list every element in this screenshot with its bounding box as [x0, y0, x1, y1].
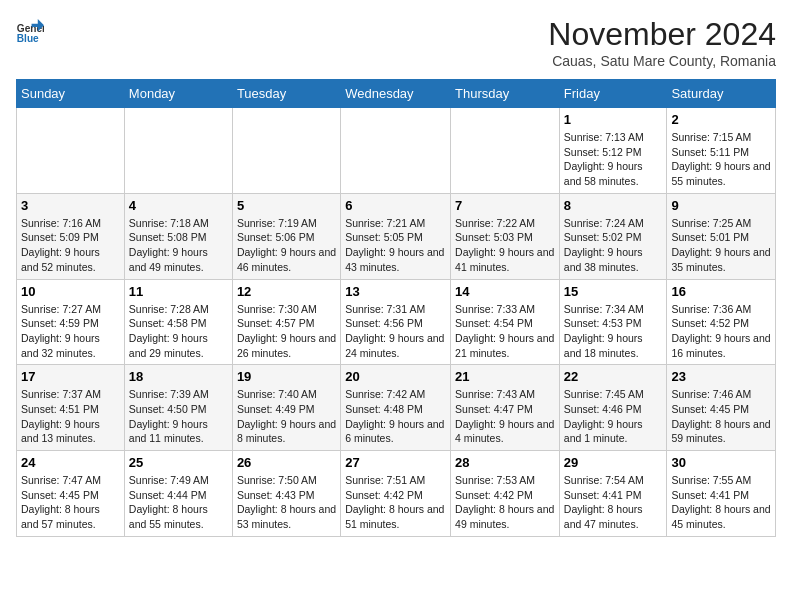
day-info: Sunrise: 7:25 AM Sunset: 5:01 PM Dayligh…: [671, 216, 771, 275]
logo: General Blue General Blue: [16, 16, 44, 44]
day-info: Sunrise: 7:15 AM Sunset: 5:11 PM Dayligh…: [671, 130, 771, 189]
calendar-week-row: 24Sunrise: 7:47 AM Sunset: 4:45 PM Dayli…: [17, 451, 776, 537]
day-number: 20: [345, 369, 446, 384]
day-number: 7: [455, 198, 555, 213]
month-title: November 2024: [548, 16, 776, 53]
table-row: 6Sunrise: 7:21 AM Sunset: 5:05 PM Daylig…: [341, 193, 451, 279]
day-info: Sunrise: 7:22 AM Sunset: 5:03 PM Dayligh…: [455, 216, 555, 275]
day-info: Sunrise: 7:21 AM Sunset: 5:05 PM Dayligh…: [345, 216, 446, 275]
table-row: [124, 108, 232, 194]
day-info: Sunrise: 7:49 AM Sunset: 4:44 PM Dayligh…: [129, 473, 228, 532]
table-row: 14Sunrise: 7:33 AM Sunset: 4:54 PM Dayli…: [451, 279, 560, 365]
day-info: Sunrise: 7:55 AM Sunset: 4:41 PM Dayligh…: [671, 473, 771, 532]
day-info: Sunrise: 7:53 AM Sunset: 4:42 PM Dayligh…: [455, 473, 555, 532]
col-monday: Monday: [124, 80, 232, 108]
day-number: 13: [345, 284, 446, 299]
day-number: 28: [455, 455, 555, 470]
day-info: Sunrise: 7:43 AM Sunset: 4:47 PM Dayligh…: [455, 387, 555, 446]
calendar-table: Sunday Monday Tuesday Wednesday Thursday…: [16, 79, 776, 537]
table-row: [17, 108, 125, 194]
col-saturday: Saturday: [667, 80, 776, 108]
calendar-week-row: 1Sunrise: 7:13 AM Sunset: 5:12 PM Daylig…: [17, 108, 776, 194]
day-number: 17: [21, 369, 120, 384]
col-wednesday: Wednesday: [341, 80, 451, 108]
day-number: 15: [564, 284, 663, 299]
table-row: 23Sunrise: 7:46 AM Sunset: 4:45 PM Dayli…: [667, 365, 776, 451]
table-row: 30Sunrise: 7:55 AM Sunset: 4:41 PM Dayli…: [667, 451, 776, 537]
day-number: 18: [129, 369, 228, 384]
day-info: Sunrise: 7:36 AM Sunset: 4:52 PM Dayligh…: [671, 302, 771, 361]
day-info: Sunrise: 7:51 AM Sunset: 4:42 PM Dayligh…: [345, 473, 446, 532]
table-row: 7Sunrise: 7:22 AM Sunset: 5:03 PM Daylig…: [451, 193, 560, 279]
day-info: Sunrise: 7:54 AM Sunset: 4:41 PM Dayligh…: [564, 473, 663, 532]
table-row: 9Sunrise: 7:25 AM Sunset: 5:01 PM Daylig…: [667, 193, 776, 279]
day-number: 5: [237, 198, 336, 213]
day-info: Sunrise: 7:45 AM Sunset: 4:46 PM Dayligh…: [564, 387, 663, 446]
title-area: November 2024 Cauas, Satu Mare County, R…: [548, 16, 776, 69]
svg-text:Blue: Blue: [17, 33, 39, 44]
day-info: Sunrise: 7:28 AM Sunset: 4:58 PM Dayligh…: [129, 302, 228, 361]
day-number: 8: [564, 198, 663, 213]
day-number: 12: [237, 284, 336, 299]
table-row: 5Sunrise: 7:19 AM Sunset: 5:06 PM Daylig…: [232, 193, 340, 279]
table-row: 8Sunrise: 7:24 AM Sunset: 5:02 PM Daylig…: [559, 193, 667, 279]
day-info: Sunrise: 7:50 AM Sunset: 4:43 PM Dayligh…: [237, 473, 336, 532]
col-tuesday: Tuesday: [232, 80, 340, 108]
table-row: 10Sunrise: 7:27 AM Sunset: 4:59 PM Dayli…: [17, 279, 125, 365]
day-info: Sunrise: 7:19 AM Sunset: 5:06 PM Dayligh…: [237, 216, 336, 275]
table-row: 2Sunrise: 7:15 AM Sunset: 5:11 PM Daylig…: [667, 108, 776, 194]
calendar-week-row: 17Sunrise: 7:37 AM Sunset: 4:51 PM Dayli…: [17, 365, 776, 451]
day-info: Sunrise: 7:16 AM Sunset: 5:09 PM Dayligh…: [21, 216, 120, 275]
day-info: Sunrise: 7:39 AM Sunset: 4:50 PM Dayligh…: [129, 387, 228, 446]
table-row: 24Sunrise: 7:47 AM Sunset: 4:45 PM Dayli…: [17, 451, 125, 537]
day-info: Sunrise: 7:42 AM Sunset: 4:48 PM Dayligh…: [345, 387, 446, 446]
day-info: Sunrise: 7:13 AM Sunset: 5:12 PM Dayligh…: [564, 130, 663, 189]
col-sunday: Sunday: [17, 80, 125, 108]
day-number: 14: [455, 284, 555, 299]
day-info: Sunrise: 7:24 AM Sunset: 5:02 PM Dayligh…: [564, 216, 663, 275]
col-thursday: Thursday: [451, 80, 560, 108]
day-info: Sunrise: 7:31 AM Sunset: 4:56 PM Dayligh…: [345, 302, 446, 361]
col-friday: Friday: [559, 80, 667, 108]
table-row: 19Sunrise: 7:40 AM Sunset: 4:49 PM Dayli…: [232, 365, 340, 451]
day-info: Sunrise: 7:37 AM Sunset: 4:51 PM Dayligh…: [21, 387, 120, 446]
day-info: Sunrise: 7:27 AM Sunset: 4:59 PM Dayligh…: [21, 302, 120, 361]
day-number: 1: [564, 112, 663, 127]
table-row: [451, 108, 560, 194]
day-info: Sunrise: 7:47 AM Sunset: 4:45 PM Dayligh…: [21, 473, 120, 532]
table-row: 4Sunrise: 7:18 AM Sunset: 5:08 PM Daylig…: [124, 193, 232, 279]
day-number: 27: [345, 455, 446, 470]
day-number: 29: [564, 455, 663, 470]
table-row: 11Sunrise: 7:28 AM Sunset: 4:58 PM Dayli…: [124, 279, 232, 365]
day-info: Sunrise: 7:30 AM Sunset: 4:57 PM Dayligh…: [237, 302, 336, 361]
day-info: Sunrise: 7:33 AM Sunset: 4:54 PM Dayligh…: [455, 302, 555, 361]
day-number: 24: [21, 455, 120, 470]
day-info: Sunrise: 7:34 AM Sunset: 4:53 PM Dayligh…: [564, 302, 663, 361]
location-subtitle: Cauas, Satu Mare County, Romania: [548, 53, 776, 69]
day-number: 19: [237, 369, 336, 384]
table-row: 1Sunrise: 7:13 AM Sunset: 5:12 PM Daylig…: [559, 108, 667, 194]
table-row: 22Sunrise: 7:45 AM Sunset: 4:46 PM Dayli…: [559, 365, 667, 451]
day-number: 22: [564, 369, 663, 384]
day-number: 2: [671, 112, 771, 127]
day-number: 6: [345, 198, 446, 213]
table-row: 28Sunrise: 7:53 AM Sunset: 4:42 PM Dayli…: [451, 451, 560, 537]
table-row: 25Sunrise: 7:49 AM Sunset: 4:44 PM Dayli…: [124, 451, 232, 537]
day-info: Sunrise: 7:46 AM Sunset: 4:45 PM Dayligh…: [671, 387, 771, 446]
table-row: 27Sunrise: 7:51 AM Sunset: 4:42 PM Dayli…: [341, 451, 451, 537]
table-row: 18Sunrise: 7:39 AM Sunset: 4:50 PM Dayli…: [124, 365, 232, 451]
table-row: 3Sunrise: 7:16 AM Sunset: 5:09 PM Daylig…: [17, 193, 125, 279]
table-row: 20Sunrise: 7:42 AM Sunset: 4:48 PM Dayli…: [341, 365, 451, 451]
table-row: 15Sunrise: 7:34 AM Sunset: 4:53 PM Dayli…: [559, 279, 667, 365]
day-number: 21: [455, 369, 555, 384]
table-row: 29Sunrise: 7:54 AM Sunset: 4:41 PM Dayli…: [559, 451, 667, 537]
calendar-week-row: 3Sunrise: 7:16 AM Sunset: 5:09 PM Daylig…: [17, 193, 776, 279]
table-row: 26Sunrise: 7:50 AM Sunset: 4:43 PM Dayli…: [232, 451, 340, 537]
logo-icon: General Blue: [16, 16, 44, 44]
day-number: 23: [671, 369, 771, 384]
table-row: 16Sunrise: 7:36 AM Sunset: 4:52 PM Dayli…: [667, 279, 776, 365]
calendar-week-row: 10Sunrise: 7:27 AM Sunset: 4:59 PM Dayli…: [17, 279, 776, 365]
day-info: Sunrise: 7:18 AM Sunset: 5:08 PM Dayligh…: [129, 216, 228, 275]
day-number: 10: [21, 284, 120, 299]
day-number: 16: [671, 284, 771, 299]
